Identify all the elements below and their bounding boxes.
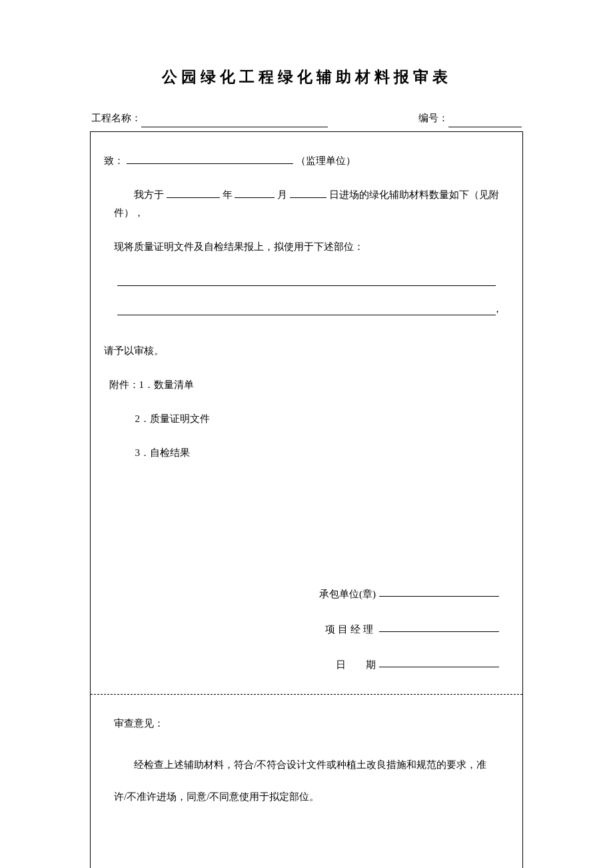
form-number-field[interactable]: 编号： [418,109,522,127]
meta-row: 工程名称： 编号： [90,109,523,127]
date-blank[interactable] [379,656,499,667]
to-line: 致： （监理单位） [104,152,509,170]
month-blank[interactable] [235,186,275,198]
attachment-2: 2．质量证明文件 [104,410,509,428]
project-manager-blank[interactable] [379,621,499,632]
day-blank[interactable] [290,186,326,198]
date-label-1: 日 [336,656,346,674]
form-number-label: 编号： [418,109,448,127]
section-applicant: 致： （监理单位） 我方于 年 月 日进场的绿化辅助材料数量如下（见附件）， 现… [91,132,522,695]
contractor-seal-row: 承包单位(章) [104,585,509,603]
review-body: 经检查上述辅助材料，符合/不符合设计文件或种植土改良措施和规范的要求，准许/不准… [114,749,499,813]
usage-blank-line-2[interactable] [117,303,496,316]
body-line2: 现将质量证明文件及自检结果报上，拟使用于下述部位： [114,238,509,256]
project-manager-row: 项目经理 [104,621,509,639]
month-label: 月 [277,189,287,200]
year-label: 年 [223,189,233,200]
to-label: 致： [104,155,124,166]
signature-block: 承包单位(章) 项目经理 日 期 [104,585,509,674]
date-label-2: 期 [366,656,376,674]
project-name-label: 工程名称： [91,109,141,127]
section-review: 审查意见： 经检查上述辅助材料，符合/不符合设计文件或种植土改良措施和规范的要求… [91,695,522,868]
attachment-1: 附件：1．数量清单 [109,376,510,394]
project-name-blank[interactable] [141,115,328,127]
request-line: 请予以审核。 [104,342,509,360]
form-box: 致： （监理单位） 我方于 年 月 日进场的绿化辅助材料数量如下（见附件）， 现… [90,131,523,868]
contractor-seal-blank[interactable] [379,585,499,597]
body-prefix: 我方于 [134,189,164,200]
review-label: 审查意见： [114,715,499,733]
project-manager-label: 项目经理 [325,621,376,639]
date-material-line: 我方于 年 月 日进场的绿化辅助材料数量如下（见附件）， [114,186,509,222]
year-blank[interactable] [167,186,220,198]
attachment-3: 3．自检结果 [104,444,509,462]
form-title: 公园绿化工程绿化辅助材料报审表 [90,63,523,91]
to-suffix: （监理单位） [296,155,356,166]
date-row: 日 期 [104,656,509,674]
usage-blank-line-1[interactable] [117,273,496,286]
to-blank[interactable] [127,152,293,164]
form-number-blank[interactable] [448,115,522,127]
trailing-comma: ， [492,300,502,318]
project-name-field[interactable]: 工程名称： [91,109,328,127]
contractor-seal-label: 承包单位(章) [319,585,376,603]
